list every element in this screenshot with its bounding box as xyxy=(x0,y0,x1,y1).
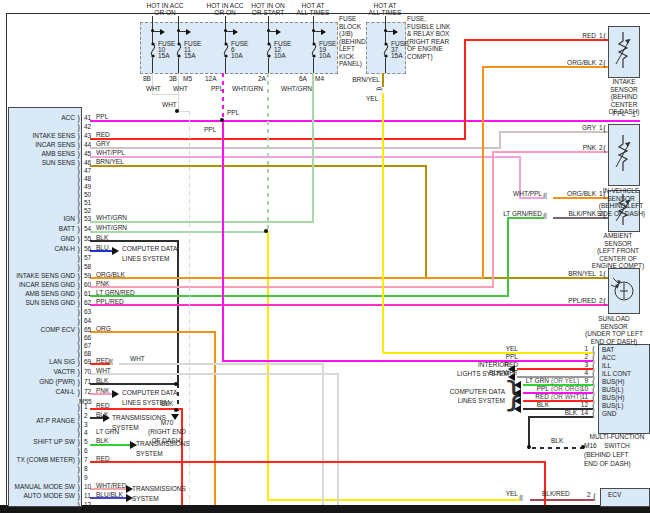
pin-wire-color: RED xyxy=(96,131,110,138)
diagram-graphic xyxy=(177,44,180,56)
mfs-wire-color: BLK xyxy=(533,409,577,416)
jb-connector-label: 3B xyxy=(169,75,177,82)
jb-caption-line: LEFT xyxy=(339,45,355,52)
intake-sensor-name-line: INTAKE xyxy=(596,78,650,85)
fuse-branch-arrow-icon xyxy=(233,29,241,35)
junction-wht xyxy=(175,109,179,113)
pin-wire-color: BRN/YEL xyxy=(96,158,124,165)
pin-function-label: VACTR xyxy=(4,368,75,375)
mfs-pin-name: BAT xyxy=(602,346,614,353)
jb-caption-line: BLOCK xyxy=(339,23,361,30)
in_vehicle-pin-wire-color: PNK xyxy=(552,144,596,151)
pin-bracket-icon: ) xyxy=(77,431,80,439)
w-whtppl-amb xyxy=(90,156,521,158)
w-wht-f10-jog xyxy=(152,94,179,95)
ecv-title: ECV xyxy=(608,491,621,498)
pin-function-label: AMB SENS GND xyxy=(4,290,75,297)
relay-box-caption-line: FUSIBLE LINK xyxy=(407,23,450,30)
diagram-graphic xyxy=(221,42,231,58)
pin-wire-color: LT GRN xyxy=(96,428,119,435)
relay-box-caption-line: (RIGHT REAR xyxy=(407,38,449,45)
pin-number: 46 xyxy=(84,159,91,166)
atp-system-label-line: TRANSMISSIONS xyxy=(112,414,166,421)
pin-function-label: COMP ECV xyxy=(4,326,75,333)
pin-wire-color: LT GRN/RED xyxy=(96,289,135,296)
pin-wire-color: ORG/BLK xyxy=(96,271,125,278)
pin-function-label: GND xyxy=(4,235,75,242)
fuse-out-line xyxy=(268,58,269,73)
label-brnyel-f37: BRN/YEL xyxy=(348,76,380,83)
diagram-graphic xyxy=(309,42,319,58)
jb-caption-line: (BEHIND xyxy=(339,38,366,45)
pin-number: 69 xyxy=(84,358,91,365)
pin-number: 12 xyxy=(84,501,91,508)
pin-function-label: AT-P RANGE xyxy=(4,417,75,424)
pin-wire-color: GRY xyxy=(96,140,110,147)
m16-dot-left xyxy=(527,445,531,449)
fuse-branch-arrow-icon xyxy=(186,29,194,35)
fuse-branch-arrow-icon xyxy=(276,29,284,35)
pin-function-label: GND (PWR) xyxy=(4,378,75,385)
fuse-amperage: 10A xyxy=(274,52,286,59)
pin-function-label: MANUAL MODE SW xyxy=(4,483,75,490)
pin-number: 8 xyxy=(84,465,88,472)
fuse-out-line xyxy=(313,58,314,73)
w-ppl-acc-v xyxy=(222,120,224,362)
w-gry-incar xyxy=(90,147,501,149)
intake-sensor-name-line: CENTER xyxy=(596,101,650,108)
ambient-pin-wire-color: BLK/PNK xyxy=(552,210,596,217)
mfs-computer-data-label-line: LINES SYSTEM xyxy=(445,397,505,404)
pin-bracket-icon: ) xyxy=(77,256,80,264)
pin-function-label: LAN SIG xyxy=(4,358,75,365)
fuse-out-line xyxy=(152,58,153,73)
label-amb-whtppl: WHT/PPL xyxy=(497,190,542,197)
w-gry-incar-v xyxy=(499,131,501,149)
w-red-tx xyxy=(90,461,546,463)
fuse-amperage: 15A xyxy=(391,52,403,59)
pin-number: 3 xyxy=(84,421,88,428)
pin-function-label: SUN SENS xyxy=(4,159,75,166)
junction-batt xyxy=(264,229,268,233)
pin-number: 65 xyxy=(84,326,91,333)
sunload-pin-wire-color: BRN/YEL xyxy=(552,270,596,277)
pin-number: 42 xyxy=(84,123,91,130)
pin-function-label: TX (COMB METER) xyxy=(4,456,75,463)
pin-number: 2 xyxy=(84,412,88,419)
sunload-sensor-name-line: SUNLOAD xyxy=(577,315,650,322)
pin-number: 44 xyxy=(84,141,91,148)
pin-number: 7 xyxy=(84,456,88,463)
w-brnyel-sun-v xyxy=(425,165,427,279)
diagram-graphic xyxy=(625,39,630,44)
pin-wire-color: BLK xyxy=(96,377,108,384)
sunload-sensor-name-line: SENSOR xyxy=(577,323,650,330)
w-pplred-ssg xyxy=(90,304,608,306)
label-yel-f37: YEL xyxy=(366,95,378,102)
w-yel-f37-v xyxy=(382,93,384,353)
m70-location-line: (RIGHT END xyxy=(140,428,194,435)
mfs-pin-name: GND xyxy=(602,410,616,417)
w-wht-lansig-v xyxy=(322,363,324,505)
label-amb-ltgrnred: LT GRN/RED xyxy=(488,210,542,217)
diagram-graphic xyxy=(264,42,274,58)
connector-bracket-icon: ( xyxy=(603,34,606,42)
intake-pin-wire-color: RED xyxy=(552,32,596,39)
pin-bracket-icon: ) xyxy=(77,247,80,255)
pin-bracket-icon: ) xyxy=(77,414,80,422)
pin-wire-color: BLK xyxy=(96,234,108,241)
jb-connector-label: M5 xyxy=(183,75,192,82)
thermistor-icon xyxy=(612,30,634,72)
pin-number: 51 xyxy=(84,199,91,206)
pin-number: 56 xyxy=(84,245,91,252)
pin-number: 5 xyxy=(84,438,88,445)
pin-bracket-icon: ) xyxy=(77,265,80,273)
ambient-sensor-name-line: CENTER OF xyxy=(583,255,650,262)
w-pnk-icsg-v xyxy=(492,151,494,288)
jb-caption-line: KICK xyxy=(339,53,354,60)
jb-wire-color-label: WHT xyxy=(146,85,161,92)
fuse-feed-line xyxy=(268,22,269,43)
fuse-feed-line xyxy=(225,22,226,43)
pin-number: 52 xyxy=(84,207,91,214)
pin-bracket-icon: ) xyxy=(77,319,80,327)
mfs-pin-number: 3 xyxy=(576,361,588,368)
pin-wire-color: BLK xyxy=(96,411,108,418)
